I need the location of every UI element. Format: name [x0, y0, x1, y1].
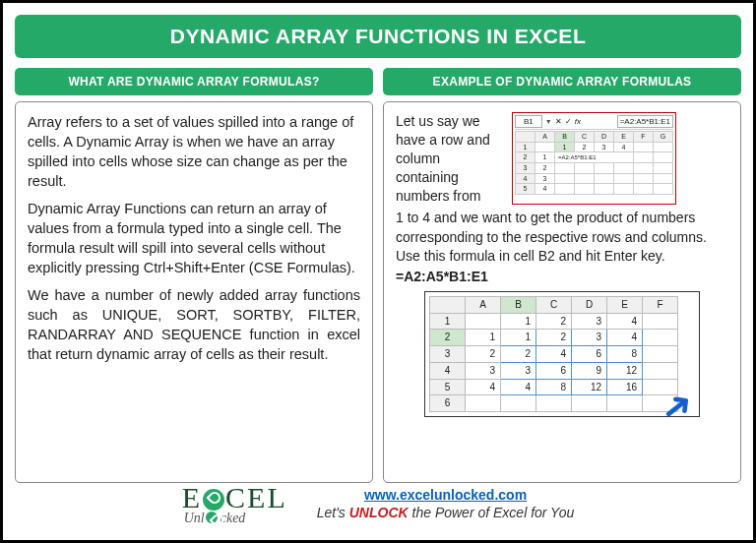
logo-sub2: cked: [220, 511, 246, 525]
left-p1: Array refers to a set of values spilled …: [28, 112, 360, 191]
left-p2: Dynamic Array Functions can return an ar…: [28, 199, 360, 277]
formula-input: =A2:A5*B1:E1: [617, 115, 673, 128]
footer: ECEL Unlcked www.excelunlocked.com Let's…: [3, 481, 753, 526]
footer-text: www.excelunlocked.com Let's UNLOCK the P…: [317, 487, 575, 520]
right-heading: EXAMPLE OF DYNAMIC ARRAY FORMULAS: [383, 68, 741, 95]
fx-label: fx: [575, 116, 581, 127]
columns: WHAT ARE DYNAMIC ARRAY FORMULAS? Array r…: [15, 68, 741, 483]
tagline: Let's UNLOCK the Power of Excel for You: [317, 505, 575, 520]
dropdown-icon: ▼: [545, 117, 552, 127]
left-box: Array refers to a set of values spilled …: [15, 101, 373, 483]
example2-screenshot: ABCDEF 11234 211234 322468 4336912 54481…: [424, 291, 700, 418]
left-column: WHAT ARE DYNAMIC ARRAY FORMULAS? Array r…: [15, 68, 373, 483]
grid1: ABCDEFG 11234 21=A2:A5*B1:E1 32 43 54: [515, 131, 673, 195]
logo-sub1: Unl: [184, 511, 205, 525]
main-title: DYNAMIC ARRAY FUNCTIONS IN EXCEL: [15, 15, 741, 58]
example1-screenshot: B1 ▼ ✕ ✓ fx =A2:A5*B1:E1 ABCDEFG 11234 2…: [512, 112, 676, 205]
logo: ECEL Unlcked: [182, 481, 287, 526]
intro-text-1: Let us say we have a row and column cont…: [396, 112, 506, 205]
intro-text-2: 1 to 4 and we want to get the product of…: [396, 209, 728, 266]
name-box: B1: [515, 115, 542, 128]
right-box: Let us say we have a row and column cont…: [383, 101, 741, 483]
formula-text: =A2:A5*B1:E1: [396, 268, 728, 286]
left-p3: We have a number of newly added array fu…: [28, 285, 360, 364]
example1-row: Let us say we have a row and column cont…: [396, 112, 728, 205]
enter-icon: ✓: [565, 116, 572, 127]
formula-bar: B1 ▼ ✕ ✓ fx =A2:A5*B1:E1: [515, 115, 673, 130]
page: DYNAMIC ARRAY FUNCTIONS IN EXCEL WHAT AR…: [0, 0, 756, 543]
grid2: ABCDEF 11234 211234 322468 4336912 54481…: [429, 296, 695, 413]
arrow-icon: ➜: [664, 396, 689, 416]
left-heading: WHAT ARE DYNAMIC ARRAY FORMULAS?: [15, 68, 373, 95]
footer-link[interactable]: www.excelunlocked.com: [364, 487, 527, 503]
logo-lock-icon: [203, 489, 224, 511]
cancel-icon: ✕: [555, 116, 562, 127]
right-column: EXAMPLE OF DYNAMIC ARRAY FORMULAS Let us…: [383, 68, 741, 483]
logo-lock-icon-small: [206, 512, 218, 523]
